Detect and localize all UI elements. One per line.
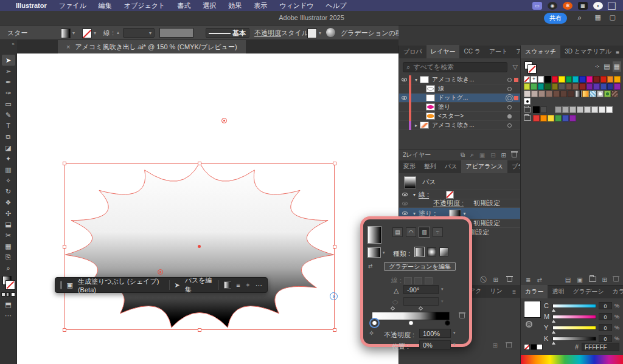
swatch[interactable] bbox=[555, 106, 562, 113]
grid-view-icon[interactable]: ▦ bbox=[614, 63, 620, 70]
more-tools-icon[interactable]: ⋯ bbox=[2, 310, 15, 321]
reverse-gradient-icon[interactable]: ⇄ bbox=[368, 263, 373, 269]
layer-thumbnail[interactable] bbox=[426, 112, 435, 120]
layer-name[interactable]: ドットグ... bbox=[438, 94, 504, 102]
stop-position-dropdown[interactable]: 0% bbox=[419, 340, 451, 349]
swatch[interactable] bbox=[566, 83, 572, 90]
swatch[interactable] bbox=[538, 91, 545, 97]
swatch[interactable] bbox=[593, 83, 599, 90]
pen-tool[interactable]: ✒ bbox=[2, 77, 15, 88]
asset-export-tool[interactable]: ⎘ bbox=[2, 252, 15, 263]
target-circle-icon[interactable] bbox=[504, 78, 514, 82]
eyedropper-icon[interactable]: ✧ bbox=[369, 329, 374, 337]
layer-name[interactable]: 線 bbox=[438, 84, 504, 93]
selection-tool[interactable]: ➤ bbox=[2, 55, 15, 66]
swatch[interactable] bbox=[590, 91, 596, 97]
gradient-ball-icon[interactable] bbox=[326, 28, 335, 37]
swatch[interactable] bbox=[555, 115, 562, 122]
chevron-down-icon[interactable]: ▾ bbox=[453, 342, 456, 347]
menu-item-1[interactable]: ファイル bbox=[59, 2, 86, 9]
layer-thumbnail[interactable] bbox=[420, 122, 429, 129]
bbox-handle[interactable] bbox=[198, 162, 201, 165]
screen-mirroring-icon[interactable]: ▭ bbox=[532, 2, 542, 10]
free-transform-tool[interactable]: ⧉ bbox=[2, 131, 15, 142]
appearance-stroke-label[interactable]: 線 : bbox=[419, 190, 429, 199]
menu-item-5[interactable]: 選択 bbox=[203, 2, 216, 9]
lower-panel-menu-icon[interactable]: ≡ bbox=[512, 289, 520, 298]
swatch[interactable] bbox=[562, 115, 569, 122]
swatches-mode-icon[interactable]: ▤ bbox=[392, 227, 403, 237]
gradient-stop[interactable] bbox=[445, 320, 450, 326]
tab-artboards[interactable]: アート bbox=[485, 45, 512, 58]
expand-chevron-icon[interactable]: ▸ bbox=[412, 123, 420, 128]
gradient-tool[interactable]: ▥ bbox=[2, 164, 15, 175]
swatch[interactable] bbox=[568, 91, 574, 97]
swatch[interactable] bbox=[573, 76, 579, 83]
color-mode-buttons[interactable] bbox=[1, 292, 15, 297]
menu-item-2[interactable]: 編集 bbox=[99, 2, 112, 9]
color-stroke-target[interactable] bbox=[526, 321, 532, 328]
fill-swatch[interactable]: ▾ bbox=[61, 28, 75, 38]
stroke-swatch[interactable]: ▾ bbox=[82, 28, 96, 38]
channel-value-input[interactable]: 0 bbox=[599, 302, 612, 309]
swatch[interactable] bbox=[562, 106, 569, 113]
layer-name[interactable]: アメコミ吹き... bbox=[432, 75, 504, 84]
tab-layers[interactable]: レイヤー bbox=[426, 45, 460, 58]
graph-tool[interactable]: ▦ bbox=[2, 241, 15, 252]
menu-item-3[interactable]: オブジェクト bbox=[124, 2, 165, 9]
generative-fill-button[interactable]: 生成塗りつぶし (シェイプ) (Beta) bbox=[78, 277, 164, 294]
swatch[interactable] bbox=[524, 76, 530, 83]
stroke-along-icon[interactable] bbox=[414, 277, 422, 284]
tab-cc-libraries[interactable]: CC ラ bbox=[459, 45, 484, 58]
aspect-ratio-dropdown[interactable] bbox=[403, 297, 439, 306]
stop-opacity-dropdown[interactable]: 100% bbox=[419, 329, 451, 338]
zoom-tool[interactable]: ⌕ bbox=[2, 263, 15, 273]
tab-swatches[interactable]: スウォッチ bbox=[521, 45, 560, 58]
swatch[interactable] bbox=[611, 91, 618, 97]
swatches-panel-menu-icon[interactable]: ≡ bbox=[616, 49, 623, 58]
visibility-eye-icon[interactable] bbox=[399, 193, 410, 196]
tab-color[interactable]: カラー bbox=[521, 285, 548, 298]
chevron-down-icon[interactable]: ▾ bbox=[383, 250, 385, 255]
layer-row[interactable]: ▸アメコミ吹き... bbox=[399, 121, 521, 130]
swatch[interactable] bbox=[599, 106, 605, 113]
tab-color-guide[interactable]: カラーガイ bbox=[608, 285, 623, 298]
expand-chevron-icon[interactable]: ▾ bbox=[412, 77, 420, 83]
duplicate-item-icon[interactable]: ⊞ bbox=[493, 276, 498, 283]
layer-name[interactable]: 塗り bbox=[438, 103, 504, 111]
bbox-handle[interactable] bbox=[63, 162, 66, 165]
swatch[interactable] bbox=[614, 83, 620, 90]
stroke-within-icon[interactable] bbox=[404, 277, 412, 284]
swatch[interactable] bbox=[586, 76, 593, 83]
tab-links[interactable]: リン bbox=[486, 284, 506, 298]
eraser-tool[interactable]: ◪ bbox=[2, 142, 15, 153]
gradient-stop[interactable] bbox=[408, 320, 414, 326]
arrange-documents-icon[interactable]: ▦ bbox=[595, 13, 601, 21]
eyedropper-tool[interactable]: ✧ bbox=[2, 175, 15, 186]
color-fill-swatch[interactable] bbox=[524, 301, 541, 318]
width-profile-dropdown[interactable] bbox=[159, 28, 193, 38]
target-circle-icon[interactable] bbox=[504, 123, 514, 128]
fill-stroke-proxy[interactable] bbox=[2, 276, 15, 290]
new-layer-icon[interactable]: ⊞ bbox=[501, 152, 506, 159]
layer-row[interactable]: 塗り bbox=[399, 103, 521, 112]
style-swatch[interactable]: ▾ bbox=[307, 28, 321, 38]
layer-thumbnail[interactable] bbox=[420, 76, 429, 83]
scissors-tool[interactable]: ✂ bbox=[2, 230, 15, 241]
visibility-eye-icon[interactable] bbox=[399, 78, 409, 81]
none-chip[interactable] bbox=[524, 344, 530, 350]
swatch[interactable] bbox=[586, 83, 593, 90]
visibility-eye-icon[interactable] bbox=[399, 211, 410, 215]
gradient-preview-swatch[interactable] bbox=[367, 226, 381, 244]
layer-name[interactable]: アメコミ吹き... bbox=[432, 121, 504, 129]
swatches-fill-stroke-proxy[interactable] bbox=[524, 61, 539, 75]
canvas-artboard[interactable]: ▣ 生成塗りつぶし (シェイプ) (Beta) ➤ パスを編集 ≡ ✦ ⋯ bbox=[17, 53, 399, 364]
swatch[interactable] bbox=[569, 115, 576, 122]
white-chip[interactable] bbox=[537, 344, 543, 350]
channel-value-input[interactable]: 0 bbox=[599, 335, 612, 342]
menu-item-7[interactable]: 表示 bbox=[254, 2, 267, 9]
swatch[interactable] bbox=[546, 91, 552, 97]
gradient-midpoint[interactable] bbox=[391, 306, 395, 311]
swatch[interactable] bbox=[545, 76, 551, 83]
swatch[interactable] bbox=[538, 76, 544, 83]
